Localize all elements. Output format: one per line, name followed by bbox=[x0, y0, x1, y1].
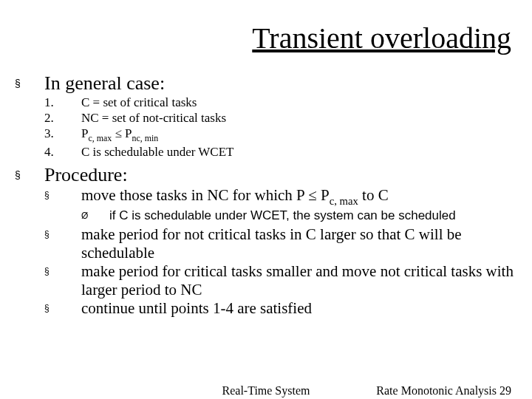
list-item: 1. C = set of critical tasks bbox=[44, 95, 517, 110]
section-heading: In general case: bbox=[44, 72, 165, 95]
list-item: Ø if C is schedulable under WCET, the sy… bbox=[81, 208, 517, 224]
text-part: move those tasks in NC for which P ≤ P bbox=[81, 186, 330, 204]
item-number: 1. bbox=[44, 95, 81, 110]
bullet-square-icon: § bbox=[44, 186, 81, 200]
subscript: c, max bbox=[330, 195, 358, 207]
list-item: § continue until points 1-4 are satisfie… bbox=[44, 299, 517, 318]
text-part: to C bbox=[358, 186, 389, 204]
item-text: if C is schedulable under WCET, the syst… bbox=[109, 208, 456, 224]
footer-right: Rate Monotonic Analysis 29 bbox=[376, 384, 511, 398]
item-text: C is schedulable under WCET bbox=[81, 144, 233, 160]
item-text: C = set of critical tasks bbox=[81, 95, 197, 110]
bullet-square-icon: § bbox=[15, 72, 44, 89]
subscript: c, max bbox=[88, 133, 112, 143]
bullet-square-icon: § bbox=[44, 299, 81, 313]
list-item: 2. NC = set of not-critical tasks bbox=[44, 110, 517, 126]
item-text: Pc, max ≤ Pnc, min bbox=[81, 126, 158, 143]
sub-list: § move those tasks in NC for which P ≤ P… bbox=[15, 186, 517, 318]
section-heading: Procedure: bbox=[44, 164, 128, 186]
bullet-triangle-icon: Ø bbox=[81, 208, 109, 221]
list-item: § In general case: bbox=[15, 72, 517, 95]
slide-body: § In general case: 1. C = set of critica… bbox=[15, 72, 517, 318]
list-item: 4. C is schedulable under WCET bbox=[44, 144, 517, 160]
list-item: § move those tasks in NC for which P ≤ P… bbox=[44, 186, 517, 208]
list-item: § make period for not critical tasks in … bbox=[44, 225, 517, 262]
item-number: 2. bbox=[44, 110, 81, 126]
bullet-square-icon: § bbox=[44, 262, 81, 276]
footer-center: Real-Time System bbox=[222, 384, 310, 398]
list-item: § make period for critical tasks smaller… bbox=[44, 262, 517, 299]
text-part: ≤ P bbox=[112, 126, 132, 140]
subscript: nc, min bbox=[132, 133, 158, 143]
bullet-square-icon: § bbox=[15, 164, 44, 180]
item-text: move those tasks in NC for which P ≤ Pc,… bbox=[81, 186, 389, 208]
slide-title: Transient overloading bbox=[252, 21, 511, 55]
slide: Transient overloading § In general case:… bbox=[0, 0, 532, 399]
item-number: 4. bbox=[44, 144, 81, 160]
item-number: 3. bbox=[44, 126, 81, 141]
item-text: make period for not critical tasks in C … bbox=[81, 225, 517, 262]
item-text: NC = set of not-critical tasks bbox=[81, 110, 226, 126]
list-item: § Procedure: bbox=[15, 164, 517, 186]
item-text: continue until points 1-4 are satisfied bbox=[81, 299, 312, 318]
numbered-list: 1. C = set of critical tasks 2. NC = set… bbox=[15, 95, 517, 160]
bullet-square-icon: § bbox=[44, 225, 81, 239]
list-item: 3. Pc, max ≤ Pnc, min bbox=[44, 126, 517, 143]
item-text: make period for critical tasks smaller a… bbox=[81, 262, 517, 299]
sub-sub-list: Ø if C is schedulable under WCET, the sy… bbox=[44, 208, 517, 224]
